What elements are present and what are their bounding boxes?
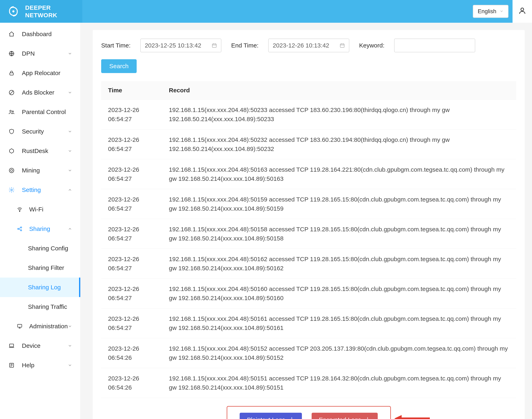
share-icon bbox=[16, 226, 23, 232]
svg-marker-35 bbox=[394, 415, 402, 419]
start-time-input[interactable]: 2023-12-25 10:13:42 bbox=[140, 39, 221, 52]
cell-record: 192.168.1.15(xxx.xxx.204.48):50158 acces… bbox=[162, 219, 516, 249]
brand-logo-icon bbox=[7, 5, 19, 17]
shield-icon bbox=[8, 129, 15, 134]
sidebar-item-device[interactable]: Device bbox=[0, 336, 80, 355]
sidebar-item-security[interactable]: Security bbox=[0, 122, 80, 141]
sidebar-item-parental-control[interactable]: Parental Control bbox=[0, 102, 80, 122]
sidebar-item-sharing-log[interactable]: Sharing Log bbox=[0, 277, 80, 297]
chevron-down-icon bbox=[68, 129, 72, 134]
search-button[interactable]: Search bbox=[101, 59, 137, 73]
chevron-up-icon bbox=[68, 227, 72, 231]
table-row: 2023-12-26 06:54:27192.168.1.15(xxx.xxx.… bbox=[101, 308, 516, 338]
cell-record: 192.168.1.15(xxx.xxx.204.48):50233 acces… bbox=[162, 100, 516, 130]
sidebar-item-administration[interactable]: Administration bbox=[0, 316, 80, 336]
svg-rect-18 bbox=[18, 325, 22, 327]
start-time-value: 2023-12-25 10:13:42 bbox=[145, 42, 201, 49]
brand-text: DEEPER NETWORK bbox=[25, 4, 57, 19]
people-icon bbox=[8, 109, 15, 115]
chevron-down-icon bbox=[68, 324, 72, 328]
cell-record: 192.168.1.15(xxx.xxx.204.48):50163 acces… bbox=[162, 159, 516, 189]
svg-rect-3 bbox=[10, 73, 13, 75]
gear-icon bbox=[8, 187, 15, 193]
end-time-label: End Time: bbox=[231, 42, 258, 49]
svg-point-1 bbox=[521, 8, 524, 11]
plaintext-logs-button[interactable]: Plaintext Logs bbox=[240, 413, 302, 419]
column-header-record: Record bbox=[162, 81, 516, 100]
sidebar-item-sharing-filter[interactable]: Sharing Filter bbox=[0, 258, 80, 277]
svg-point-7 bbox=[12, 111, 13, 112]
brand-line1: DEEPER bbox=[25, 4, 57, 12]
sidebar-label: Administration bbox=[29, 323, 68, 330]
sidebar-label: Sharing Filter bbox=[28, 264, 64, 271]
user-icon bbox=[518, 7, 526, 16]
hexagon-icon bbox=[8, 148, 15, 154]
sidebar-label: Ads Blocker bbox=[22, 89, 54, 96]
svg-line-16 bbox=[19, 228, 21, 229]
cell-record: 192.168.1.15(xxx.xxx.204.48):50159 acces… bbox=[162, 189, 516, 219]
cell-time: 2023-12-26 06:54:27 bbox=[101, 189, 162, 219]
sidebar-label: Security bbox=[22, 128, 44, 135]
wifi-icon bbox=[16, 207, 23, 212]
book-icon bbox=[8, 362, 15, 368]
sidebar-item-sharing[interactable]: Sharing bbox=[0, 219, 80, 239]
search-button-label: Search bbox=[109, 63, 128, 70]
svg-line-17 bbox=[19, 229, 21, 230]
chevron-up-icon bbox=[68, 188, 72, 192]
sidebar-item-app-relocator[interactable]: App Relocator bbox=[0, 63, 80, 83]
cell-time: 2023-12-26 06:54:26 bbox=[101, 338, 162, 368]
lock-icon bbox=[8, 70, 15, 76]
svg-point-9 bbox=[9, 168, 14, 173]
encrypted-logs-button[interactable]: Encrypted Logs bbox=[312, 413, 378, 419]
keyword-input[interactable] bbox=[394, 39, 475, 52]
calendar-icon bbox=[340, 43, 345, 48]
cell-record: 192.168.1.15(xxx.xxx.204.48):50160 acces… bbox=[162, 279, 516, 308]
log-panel: Start Time: 2023-12-25 10:13:42 End Time… bbox=[93, 30, 525, 419]
user-menu[interactable] bbox=[513, 0, 532, 23]
chevron-down-icon bbox=[68, 51, 72, 56]
svg-point-0 bbox=[12, 10, 15, 13]
cell-record: 192.168.1.15(xxx.xxx.204.48):50161 acces… bbox=[162, 308, 516, 338]
sidebar-item-rustdesk[interactable]: RustDesk bbox=[0, 141, 80, 161]
svg-rect-30 bbox=[340, 44, 344, 47]
sidebar-item-dashboard[interactable]: Dashboard bbox=[0, 24, 80, 44]
download-icon bbox=[365, 416, 370, 419]
sidebar-item-sharing-traffic[interactable]: Sharing Traffic bbox=[0, 297, 80, 316]
cell-record: 192.168.1.15(xxx.xxx.204.48):50151 acces… bbox=[162, 368, 516, 398]
end-time-input[interactable]: 2023-12-26 10:13:42 bbox=[268, 39, 349, 52]
language-select[interactable]: English bbox=[473, 5, 508, 18]
cell-time: 2023-12-26 06:54:27 bbox=[101, 100, 162, 130]
sidebar-item-sharing-config[interactable]: Sharing Config bbox=[0, 239, 80, 258]
table-row: 2023-12-26 06:54:27192.168.1.15(xxx.xxx.… bbox=[101, 279, 516, 308]
table-row: 2023-12-26 06:54:27192.168.1.15(xxx.xxx.… bbox=[101, 130, 516, 159]
sidebar-label: Sharing bbox=[29, 225, 50, 232]
sidebar-item-dpn[interactable]: DPN bbox=[0, 44, 80, 63]
svg-line-5 bbox=[10, 91, 13, 94]
sidebar-item-wifi[interactable]: Wi-Fi bbox=[0, 200, 80, 219]
sidebar-label: Sharing Config bbox=[28, 245, 68, 252]
sidebar-item-setting[interactable]: Setting bbox=[0, 180, 80, 200]
cell-time: 2023-12-26 06:54:27 bbox=[101, 249, 162, 279]
download-icon bbox=[289, 416, 295, 419]
svg-rect-26 bbox=[212, 44, 216, 47]
brand-line2: NETWORK bbox=[25, 11, 57, 19]
sidebar-label: Parental Control bbox=[22, 109, 66, 116]
end-time-value: 2023-12-26 10:13:42 bbox=[273, 42, 329, 49]
sidebar-item-ads-blocker[interactable]: Ads Blocker bbox=[0, 83, 80, 102]
chevron-down-icon bbox=[68, 363, 72, 367]
chevron-down-icon bbox=[500, 8, 504, 15]
sidebar-label: Dashboard bbox=[22, 31, 52, 38]
cell-time: 2023-12-26 06:54:27 bbox=[101, 279, 162, 308]
monitor-icon bbox=[16, 323, 23, 329]
annotation-arrow-icon bbox=[394, 414, 431, 419]
cell-time: 2023-12-26 06:54:27 bbox=[101, 219, 162, 249]
sidebar-label: DPN bbox=[22, 50, 35, 57]
sidebar-item-help[interactable]: Help bbox=[0, 355, 80, 375]
chevron-down-icon bbox=[68, 149, 72, 153]
svg-point-10 bbox=[11, 170, 13, 171]
sidebar-item-mining[interactable]: Mining bbox=[0, 161, 80, 180]
brand[interactable]: DEEPER NETWORK bbox=[0, 0, 82, 23]
cell-record: 192.168.1.15(xxx.xxx.204.48):50162 acces… bbox=[162, 249, 516, 279]
cell-time: 2023-12-26 06:54:26 bbox=[101, 368, 162, 398]
filters-row: Start Time: 2023-12-25 10:13:42 End Time… bbox=[101, 39, 516, 73]
